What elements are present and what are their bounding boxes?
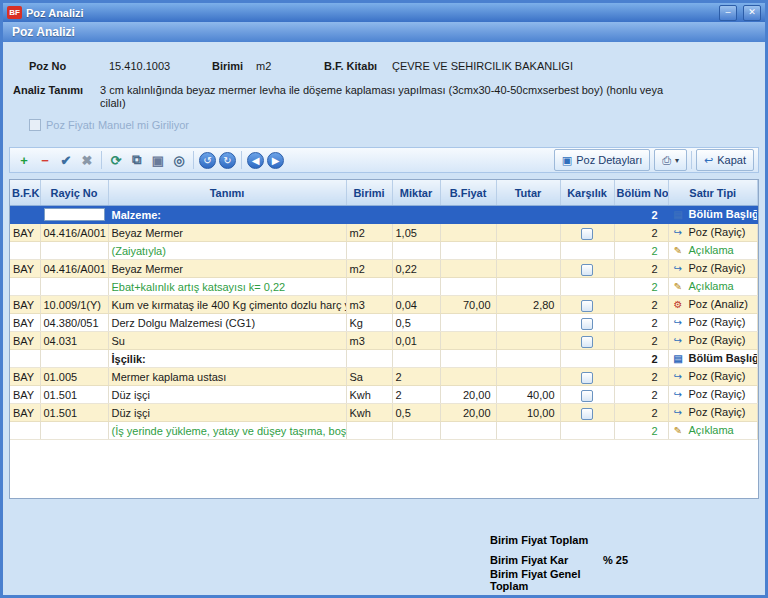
cell-bolum[interactable]: 2 <box>614 350 668 368</box>
cell-birimi[interactable]: m3 <box>346 332 392 350</box>
snapshot-icon[interactable]: ▣ <box>148 150 168 170</box>
table-row[interactable]: İşçilik:2▤Bölüm Başlığı <box>10 350 758 368</box>
column-header-7[interactable]: Karşılık <box>560 180 614 206</box>
cell-rayic[interactable] <box>40 350 108 368</box>
cell-tutar[interactable] <box>496 368 560 386</box>
cell-bfk[interactable]: BAY <box>10 296 40 314</box>
next-icon[interactable]: ▶ <box>267 152 284 169</box>
cell-miktar[interactable] <box>392 278 440 296</box>
cell-birimi[interactable] <box>346 242 392 260</box>
cell-bfiyat[interactable] <box>440 206 496 224</box>
karsilik-checkbox[interactable] <box>581 318 593 330</box>
cell-tutar[interactable] <box>496 206 560 224</box>
print-dropdown-caret[interactable]: ▾ <box>675 156 679 165</box>
print-button[interactable]: ⎙ ▾ <box>654 149 687 171</box>
cell-karsilik[interactable] <box>560 422 614 440</box>
minimize-button[interactable]: – <box>719 5 737 21</box>
cell-bolum[interactable]: 2 <box>614 242 668 260</box>
cell-miktar[interactable] <box>392 206 440 224</box>
karsilik-checkbox[interactable] <box>581 390 593 402</box>
column-header-2[interactable]: Tanımı <box>108 180 346 206</box>
cell-tutar[interactable]: 2,80 <box>496 296 560 314</box>
cell-tutar[interactable]: 10,00 <box>496 404 560 422</box>
karsilik-checkbox[interactable] <box>581 336 593 348</box>
cell-satir-tipi[interactable]: ↪Poz (Rayiç) <box>668 386 758 404</box>
cell-tanim[interactable]: (İş yerinde yükleme, yatay ve düşey taşı… <box>108 422 346 440</box>
cell-tanim[interactable]: Kum ve kırmataş ile 400 Kg çimento dozlu… <box>108 296 346 314</box>
cell-bolum[interactable]: 2 <box>614 206 668 224</box>
apply-icon[interactable]: ✔ <box>56 150 76 170</box>
table-row[interactable]: Ebat+kalınlık artış katsayısı k= 0,222✎A… <box>10 278 758 296</box>
table-row[interactable]: BAY04.380/051Derz Dolgu Malzemesi (CG1)K… <box>10 314 758 332</box>
cell-karsilik[interactable] <box>560 350 614 368</box>
cell-bolum[interactable]: 2 <box>614 386 668 404</box>
cell-rayic[interactable]: 04.416/A001 <box>40 260 108 278</box>
cell-bfiyat[interactable] <box>440 422 496 440</box>
cell-rayic[interactable]: 10.009/1(Y) <box>40 296 108 314</box>
column-header-5[interactable]: B.Fiyat <box>440 180 496 206</box>
cell-karsilik[interactable] <box>560 278 614 296</box>
cell-birimi[interactable] <box>346 350 392 368</box>
cell-miktar[interactable]: 0,22 <box>392 260 440 278</box>
cell-rayic[interactable]: 01.501 <box>40 404 108 422</box>
add-icon[interactable]: + <box>14 150 34 170</box>
table-row[interactable]: BAY04.416/A001Beyaz Mermerm21,052↪Poz (R… <box>10 224 758 242</box>
cell-karsilik[interactable] <box>560 368 614 386</box>
cell-tutar[interactable] <box>496 314 560 332</box>
cell-bfiyat[interactable]: 20,00 <box>440 386 496 404</box>
cell-bfiyat[interactable] <box>440 350 496 368</box>
cell-bfk[interactable]: BAY <box>10 224 40 242</box>
cell-karsilik[interactable] <box>560 242 614 260</box>
undo-icon[interactable]: ↺ <box>199 152 216 169</box>
cell-karsilik[interactable] <box>560 314 614 332</box>
cell-bfiyat[interactable]: 20,00 <box>440 404 496 422</box>
cell-tanim[interactable]: Ebat+kalınlık artış katsayısı k= 0,22 <box>108 278 346 296</box>
cell-tanim[interactable]: Derz Dolgu Malzemesi (CG1) <box>108 314 346 332</box>
cell-karsilik[interactable] <box>560 332 614 350</box>
cell-karsilik[interactable] <box>560 260 614 278</box>
column-header-3[interactable]: Birimi <box>346 180 392 206</box>
cell-miktar[interactable]: 2 <box>392 368 440 386</box>
cell-rayic[interactable]: 04.031 <box>40 332 108 350</box>
cell-miktar[interactable]: 0,5 <box>392 404 440 422</box>
cell-satir-tipi[interactable]: ▤Bölüm Başlığı <box>668 206 758 224</box>
cell-bfk[interactable]: BAY <box>10 332 40 350</box>
cell-rayic[interactable]: 04.380/051 <box>40 314 108 332</box>
cell-bfiyat[interactable]: 70,00 <box>440 296 496 314</box>
cell-bfk[interactable] <box>10 242 40 260</box>
table-row[interactable]: Malzeme:2▤Bölüm Başlığı <box>10 206 758 224</box>
karsilik-checkbox[interactable] <box>581 264 593 276</box>
table-row[interactable]: BAY10.009/1(Y)Kum ve kırmataş ile 400 Kg… <box>10 296 758 314</box>
manuel-checkbox[interactable] <box>29 119 41 131</box>
cell-bfk[interactable]: BAY <box>10 260 40 278</box>
cell-bolum[interactable]: 2 <box>614 368 668 386</box>
cell-miktar[interactable] <box>392 242 440 260</box>
cell-rayic[interactable]: 01.005 <box>40 368 108 386</box>
cell-karsilik[interactable] <box>560 404 614 422</box>
cell-bfiyat[interactable] <box>440 278 496 296</box>
cell-bfk[interactable]: BAY <box>10 404 40 422</box>
cell-bfiyat[interactable] <box>440 314 496 332</box>
cell-birimi[interactable] <box>346 422 392 440</box>
column-header-1[interactable]: Rayiç No <box>40 180 108 206</box>
prev-icon[interactable]: ◀ <box>247 152 264 169</box>
cell-rayic[interactable] <box>40 278 108 296</box>
redo-icon[interactable]: ↻ <box>219 152 236 169</box>
cell-rayic[interactable] <box>40 206 108 224</box>
cell-tutar[interactable] <box>496 332 560 350</box>
cell-karsilik[interactable] <box>560 296 614 314</box>
table-row[interactable]: (Zaiyatıyla)2✎Açıklama <box>10 242 758 260</box>
cell-bfk[interactable] <box>10 278 40 296</box>
table-row[interactable]: BAY04.416/A001Beyaz Mermerm20,222↪Poz (R… <box>10 260 758 278</box>
cell-rayic[interactable]: 04.416/A001 <box>40 224 108 242</box>
cell-miktar[interactable]: 0,5 <box>392 314 440 332</box>
table-row[interactable]: BAY01.501Düz işçiKwh0,520,0010,002↪Poz (… <box>10 404 758 422</box>
table-row[interactable]: BAY04.031Sum30,012↪Poz (Rayiç) <box>10 332 758 350</box>
cell-bfk[interactable] <box>10 206 40 224</box>
cell-bfiyat[interactable] <box>440 242 496 260</box>
cell-bfk[interactable]: BAY <box>10 368 40 386</box>
refresh-icon[interactable]: ⟳ <box>106 150 126 170</box>
column-header-9[interactable]: Satır Tipi <box>668 180 758 206</box>
column-header-6[interactable]: Tutar <box>496 180 560 206</box>
cell-birimi[interactable] <box>346 206 392 224</box>
